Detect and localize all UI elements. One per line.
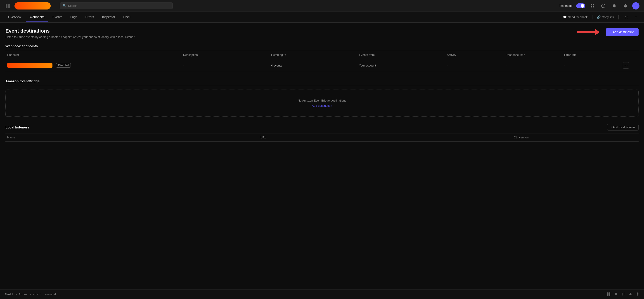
svg-rect-2 xyxy=(6,6,8,8)
tab-shell[interactable]: Shell xyxy=(120,12,134,22)
send-feedback-link[interactable]: 💬 Send feedback xyxy=(563,16,588,19)
page-header: Event destinations Listen to Stripe even… xyxy=(6,28,638,39)
eventbridge-add-link[interactable]: Add destination xyxy=(15,104,629,108)
listeners-col-cli: CLI version xyxy=(512,136,638,139)
bottom-user-icon[interactable] xyxy=(628,292,632,296)
feedback-icon: 💬 xyxy=(563,16,567,19)
search-icon: 🔍 xyxy=(63,4,66,8)
webhook-endpoints-section: Webhook endpoints Endpoint Description L… xyxy=(6,44,638,72)
activity-cell: - xyxy=(445,64,504,67)
eventbridge-empty-container: No Amazon EventBridge destinations Add d… xyxy=(6,90,638,117)
nav-action-icons xyxy=(623,14,640,21)
bottom-settings-icon[interactable] xyxy=(636,292,640,296)
bottom-bar-icons xyxy=(607,292,640,296)
svg-text:?: ? xyxy=(602,4,604,7)
more-actions-button[interactable]: ··· xyxy=(623,62,629,68)
shell-arrow-icon: > xyxy=(15,293,17,296)
add-local-listener-button[interactable]: + Add local listener xyxy=(607,124,638,130)
nav-divider xyxy=(592,15,592,20)
col-actions xyxy=(621,53,638,56)
bell-icon-btn[interactable] xyxy=(610,2,618,10)
listeners-table-header: Name URL CLI version xyxy=(6,134,638,142)
col-listening: Listening to xyxy=(269,53,357,56)
expand-icon-btn[interactable] xyxy=(623,14,630,21)
col-error-rate: Error rate xyxy=(562,53,621,56)
listeners-col-name: Name xyxy=(6,136,259,139)
listening-to-cell: 4 events xyxy=(269,64,357,67)
table-header: Endpoint Description Listening to Events… xyxy=(6,51,638,59)
tab-events[interactable]: Events xyxy=(49,12,66,22)
nav-tabs: Overview Webhooks Events Logs Errors Ins… xyxy=(4,12,563,22)
page-title-section: Event destinations Listen to Stripe even… xyxy=(6,28,135,39)
webhook-table: Endpoint Description Listening to Events… xyxy=(6,51,638,72)
svg-rect-10 xyxy=(607,292,608,294)
search-input[interactable] xyxy=(68,4,170,8)
endpoint-url-pill[interactable] xyxy=(7,63,52,68)
nav-divider-2 xyxy=(618,15,619,20)
arrow-indicator xyxy=(577,29,600,35)
bottom-grid-icon[interactable] xyxy=(607,292,610,296)
shell-label: Shell xyxy=(4,293,13,296)
col-events-from: Events from xyxy=(357,53,445,56)
grid-icon-btn[interactable] xyxy=(589,2,596,10)
local-listeners-section: Local listeners + Add local listener Nam… xyxy=(6,124,638,142)
svg-rect-11 xyxy=(609,292,610,294)
main-content: Event destinations Listen to Stripe even… xyxy=(0,22,644,290)
top-bar: 🔍 Test mode ? xyxy=(0,0,644,12)
svg-rect-0 xyxy=(6,4,8,6)
svg-rect-3 xyxy=(8,6,10,8)
local-listeners-header: Local listeners + Add local listener xyxy=(6,124,638,134)
amazon-eventbridge-title: Amazon EventBridge xyxy=(6,79,638,86)
app-icon[interactable] xyxy=(4,3,11,9)
user-avatar[interactable]: + xyxy=(632,2,640,10)
svg-rect-13 xyxy=(609,294,610,296)
page-subtitle: Listen to Stripe events by adding a host… xyxy=(6,35,135,39)
col-description: Description xyxy=(181,53,269,56)
shell-prompt: Shell > xyxy=(4,293,607,296)
logo-pill[interactable] xyxy=(14,2,51,10)
test-mode-label: Test mode xyxy=(559,4,572,8)
tab-webhooks[interactable]: Webhooks xyxy=(26,12,48,22)
amazon-eventbridge-section: Amazon EventBridge No Amazon EventBridge… xyxy=(6,79,638,117)
svg-point-14 xyxy=(630,293,631,294)
disabled-badge: Disabled xyxy=(56,63,71,68)
tab-logs[interactable]: Logs xyxy=(67,12,81,22)
row-actions-cell: ··· xyxy=(621,62,638,68)
settings-icon-btn[interactable] xyxy=(622,2,628,10)
bottom-bar: Shell > xyxy=(0,290,644,299)
error-rate-cell: - xyxy=(562,64,621,67)
svg-rect-5 xyxy=(593,4,594,6)
svg-rect-7 xyxy=(593,6,594,8)
nav-right: 💬 Send feedback 🔗 Copy link xyxy=(563,14,640,21)
top-bar-right: Test mode ? + xyxy=(559,2,640,10)
bottom-bell-icon[interactable] xyxy=(614,292,618,296)
top-bar-left xyxy=(4,2,51,10)
tab-overview[interactable]: Overview xyxy=(4,12,25,22)
response-time-cell: - xyxy=(504,64,562,67)
table-row: Disabled - 4 events Your account - - - ·… xyxy=(6,59,638,72)
events-from-cell: Your account xyxy=(357,64,445,67)
col-activity: Activity xyxy=(445,53,504,56)
tab-inspector[interactable]: Inspector xyxy=(98,12,119,22)
page-header-container: Event destinations Listen to Stripe even… xyxy=(6,28,638,39)
listeners-col-url: URL xyxy=(259,136,512,139)
search-bar: 🔍 xyxy=(60,2,173,9)
svg-rect-1 xyxy=(8,4,10,6)
add-destination-button[interactable]: + Add destination xyxy=(606,28,638,36)
help-icon-btn[interactable]: ? xyxy=(600,2,607,10)
local-listeners-title: Local listeners xyxy=(6,125,29,129)
test-mode-toggle[interactable] xyxy=(576,4,585,8)
svg-point-15 xyxy=(637,294,638,295)
tab-errors[interactable]: Errors xyxy=(82,12,98,22)
nav-bar: Overview Webhooks Events Logs Errors Ins… xyxy=(0,12,644,22)
copy-link-link[interactable]: 🔗 Copy link xyxy=(597,16,614,19)
shell-input[interactable] xyxy=(19,293,607,296)
svg-rect-4 xyxy=(591,4,592,6)
bottom-transfer-icon[interactable] xyxy=(622,292,625,296)
eventbridge-empty-text: No Amazon EventBridge destinations xyxy=(15,99,629,102)
endpoint-cell: Disabled xyxy=(6,63,181,68)
link-icon: 🔗 xyxy=(597,16,600,19)
chevron-down-icon-btn[interactable] xyxy=(632,14,640,21)
webhook-endpoints-title: Webhook endpoints xyxy=(6,44,638,51)
page-title: Event destinations xyxy=(6,28,135,34)
